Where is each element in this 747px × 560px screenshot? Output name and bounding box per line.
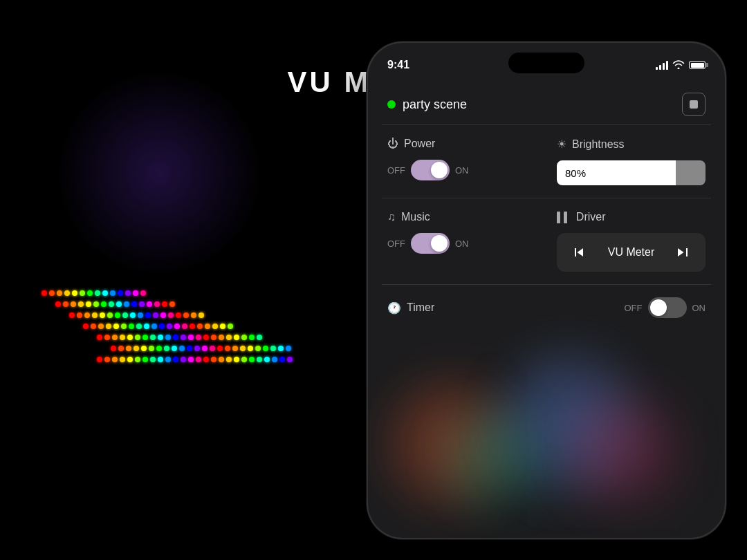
led-dot — [97, 357, 102, 362]
led-dot — [188, 357, 194, 362]
led-dot — [147, 301, 152, 307]
led-dot — [144, 324, 149, 329]
screen-blob-blue — [492, 347, 645, 499]
driver-prev-button[interactable] — [566, 240, 591, 265]
timer-toggle-row[interactable]: OFF ON — [625, 297, 706, 318]
led-dot — [263, 346, 268, 351]
led-dot — [249, 335, 255, 340]
led-dot — [278, 346, 284, 351]
led-dot — [196, 357, 201, 362]
led-dot — [202, 346, 208, 351]
phone-mockup: 9:41 — [367, 41, 726, 539]
led-dot — [136, 324, 142, 329]
led-dot — [131, 301, 137, 307]
phone-button-vol-down — [367, 240, 367, 281]
led-dot — [217, 346, 223, 351]
music-icon: ♫ — [387, 211, 396, 223]
battery-icon — [689, 61, 706, 69]
power-icon: ⏻ — [387, 138, 398, 150]
led-dot — [139, 301, 145, 307]
led-dot — [174, 324, 180, 329]
timer-on-label: ON — [692, 303, 706, 313]
led-dot — [179, 346, 185, 351]
signal-bars-icon — [656, 60, 668, 70]
led-dot — [135, 335, 140, 340]
timer-section: 🕐 Timer OFF ON — [368, 285, 725, 330]
screen-blob-orange — [382, 375, 520, 513]
led-dot — [165, 335, 171, 340]
led-dot — [168, 312, 174, 318]
led-dot — [150, 357, 156, 362]
phone-button-power — [726, 202, 726, 264]
led-dot — [257, 357, 262, 362]
music-label-row: ♫ Music — [387, 211, 536, 223]
driver-next-button[interactable] — [671, 240, 696, 265]
led-dot — [248, 346, 253, 351]
led-dot — [203, 357, 209, 362]
led-dot — [181, 357, 186, 362]
led-dot — [98, 324, 104, 329]
led-dot — [211, 357, 216, 362]
led-dot — [173, 335, 178, 340]
music-toggle-row[interactable]: OFF ON — [387, 233, 536, 254]
led-dot — [219, 357, 224, 362]
status-bar: 9:41 — [368, 43, 725, 77]
led-dot — [115, 312, 120, 318]
led-dot — [241, 335, 247, 340]
led-dot — [232, 346, 238, 351]
led-dot — [212, 324, 218, 329]
led-dot — [234, 335, 239, 340]
dynamic-island — [508, 53, 584, 73]
scene-stop-button[interactable] — [682, 93, 706, 116]
led-dot — [225, 346, 230, 351]
led-strip-row — [97, 357, 360, 362]
phone-button-vol-up — [367, 188, 367, 230]
driver-row: VU Meter — [557, 233, 706, 272]
led-dot — [102, 290, 108, 296]
screen-blob-green — [437, 402, 548, 513]
brightness-icon: ☀ — [557, 138, 566, 151]
led-dot — [165, 357, 171, 362]
power-col: ⏻ Power OFF ON — [387, 138, 536, 180]
power-toggle-row[interactable]: OFF ON — [387, 160, 536, 180]
music-label: Music — [401, 211, 430, 223]
led-dot — [183, 312, 189, 318]
led-dot — [138, 312, 143, 318]
power-toggle[interactable] — [411, 160, 450, 180]
led-dot — [164, 346, 169, 351]
brightness-slider[interactable]: 80% — [557, 160, 706, 185]
phone-body: 9:41 — [367, 41, 726, 539]
led-strip-row — [83, 324, 360, 329]
led-dot — [140, 290, 146, 296]
led-dot — [255, 346, 261, 351]
led-strip-row — [69, 312, 360, 318]
led-dot — [160, 312, 166, 318]
led-dot — [124, 301, 129, 307]
music-toggle[interactable] — [411, 233, 450, 254]
wifi-icon — [672, 59, 685, 71]
led-dot — [151, 324, 157, 329]
led-dot — [228, 324, 233, 329]
led-dot — [210, 346, 215, 351]
led-dot — [135, 357, 140, 362]
led-dot — [173, 357, 178, 362]
driver-col: ▌▌ Driver VU Meter — [557, 211, 706, 272]
led-dot — [182, 324, 187, 329]
signal-bar-4 — [666, 61, 668, 70]
led-dot — [112, 335, 118, 340]
led-dot — [141, 346, 147, 351]
led-dot — [158, 335, 163, 340]
status-time: 9:41 — [387, 59, 409, 71]
power-on-label: ON — [455, 165, 469, 176]
music-driver-section: ♫ Music OFF ON ▌▌ — [368, 198, 725, 284]
led-dot — [78, 301, 84, 307]
led-dot — [71, 301, 76, 307]
timer-toggle[interactable] — [648, 297, 687, 318]
power-label: Power — [404, 138, 435, 150]
phone-button-mute — [367, 153, 367, 178]
led-dot — [42, 290, 47, 296]
led-dot — [129, 324, 134, 329]
led-dot — [270, 346, 276, 351]
led-dot — [156, 346, 162, 351]
led-dot — [240, 346, 246, 351]
